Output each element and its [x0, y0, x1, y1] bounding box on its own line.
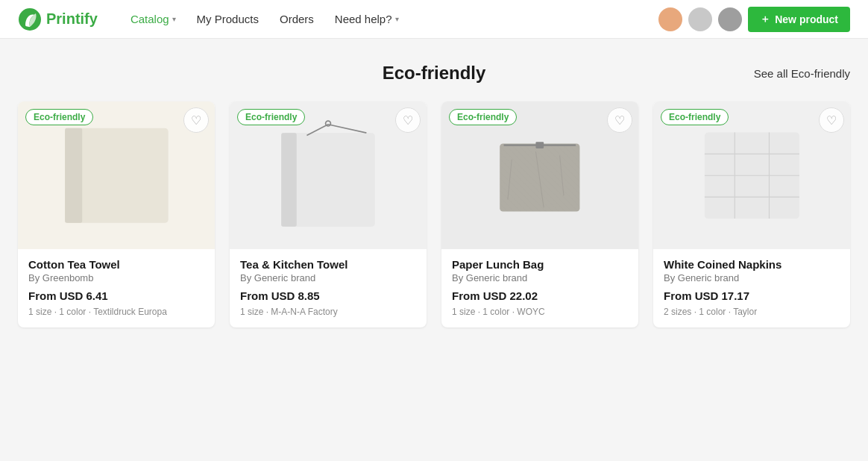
product-name-2: Paper Lunch Bag [452, 258, 628, 271]
eco-badge-0: Eco-friendly [25, 109, 93, 125]
wishlist-button-0[interactable]: ♡ [183, 107, 209, 133]
svg-point-7 [326, 121, 331, 126]
product-image-wrapper-2: Eco-friendly ♡ [441, 101, 638, 249]
logo[interactable]: Printify [18, 7, 98, 31]
product-brand-0: By Greenbomb [28, 272, 204, 283]
product-name-1: Tea & Kitchen Towel [240, 258, 416, 271]
nav-links: Catalog ▾ My Products Orders Need help? … [122, 7, 658, 31]
wishlist-button-3[interactable]: ♡ [819, 107, 844, 133]
product-name-0: Cotton Tea Towel [28, 258, 204, 271]
avatar-3[interactable] [718, 7, 742, 31]
product-name-3: White Coined Napkins [664, 258, 840, 271]
napkins-svg [683, 124, 821, 228]
product-image-wrapper-1: Eco-friendly ♡ [230, 101, 427, 249]
product-card-paper-lunch-bag[interactable]: Eco-friendly ♡ Paper Lunch Bag By Generi… [441, 101, 638, 327]
wishlist-button-1[interactable]: ♡ [395, 107, 421, 133]
avatar-2[interactable] [688, 7, 712, 31]
product-brand-1: By Generic brand [240, 272, 416, 283]
catalog-chevron-icon: ▾ [172, 15, 176, 23]
need-help-chevron-icon: ▾ [395, 15, 399, 23]
section-title: Eco-friendly [295, 63, 573, 84]
nav-my-products[interactable]: My Products [188, 7, 268, 31]
product-card-cotton-tea-towel[interactable]: Eco-friendly ♡ Cotton Tea Towel By Green… [18, 101, 215, 327]
kitchen-towel-svg [254, 120, 402, 231]
paper-bag-svg [476, 128, 604, 224]
product-price-1: From USD 8.85 [240, 289, 416, 302]
product-price-3: From USD 17.17 [664, 289, 840, 302]
card-info-2: Paper Lunch Bag By Generic brand From US… [441, 249, 638, 327]
product-brand-3: By Generic brand [664, 272, 840, 283]
avatar-1[interactable] [658, 7, 682, 31]
tea-towel-svg [48, 124, 186, 228]
nav-need-help[interactable]: Need help? ▾ [326, 7, 408, 31]
card-info-1: Tea & Kitchen Towel By Generic brand Fro… [230, 249, 427, 327]
product-meta-3: 2 sizes · 1 color · Taylor [664, 307, 840, 317]
main-content: Eco-friendly See all Eco-friendly Eco-fr… [0, 39, 868, 327]
product-price-2: From USD 22.02 [452, 289, 628, 302]
eco-badge-2: Eco-friendly [449, 109, 517, 125]
section-header: Eco-friendly See all Eco-friendly [18, 63, 850, 84]
navbar: Printify Catalog ▾ My Products Orders Ne… [0, 0, 868, 39]
nav-catalog[interactable]: Catalog ▾ [122, 7, 185, 31]
nav-orders[interactable]: Orders [271, 7, 323, 31]
brand-name: Printify [46, 10, 98, 28]
nav-right: ＋ New product [658, 7, 850, 32]
svg-rect-2 [65, 128, 82, 222]
svg-line-5 [328, 124, 366, 132]
product-brand-2: By Generic brand [452, 272, 628, 283]
svg-rect-4 [281, 133, 297, 227]
product-meta-1: 1 size · M-A-N-A Factory [240, 307, 416, 317]
card-info-0: Cotton Tea Towel By Greenbomb From USD 6… [18, 249, 215, 327]
plus-icon: ＋ [760, 13, 770, 26]
product-image-wrapper-0: Eco-friendly ♡ [18, 101, 215, 249]
svg-rect-11 [536, 142, 544, 148]
eco-badge-3: Eco-friendly [661, 109, 729, 125]
card-info-3: White Coined Napkins By Generic brand Fr… [653, 249, 850, 327]
product-meta-2: 1 size · 1 color · WOYC [452, 307, 628, 317]
eco-badge-1: Eco-friendly [237, 109, 305, 125]
product-image-wrapper-3: Eco-friendly ♡ [653, 101, 850, 249]
printify-logo-icon [18, 7, 42, 31]
product-price-0: From USD 6.41 [28, 289, 204, 302]
new-product-button[interactable]: ＋ New product [748, 7, 850, 32]
product-card-tea-kitchen-towel[interactable]: Eco-friendly ♡ Tea & Kitchen Towel By Ge… [230, 101, 427, 327]
products-grid: Eco-friendly ♡ Cotton Tea Towel By Green… [18, 101, 850, 327]
wishlist-button-2[interactable]: ♡ [607, 107, 632, 133]
product-card-white-coined-napkins[interactable]: Eco-friendly ♡ White Coined Napkins By G… [653, 101, 850, 327]
see-all-link[interactable]: See all Eco-friendly [754, 67, 850, 80]
product-meta-0: 1 size · 1 color · Textildruck Europa [28, 307, 204, 317]
